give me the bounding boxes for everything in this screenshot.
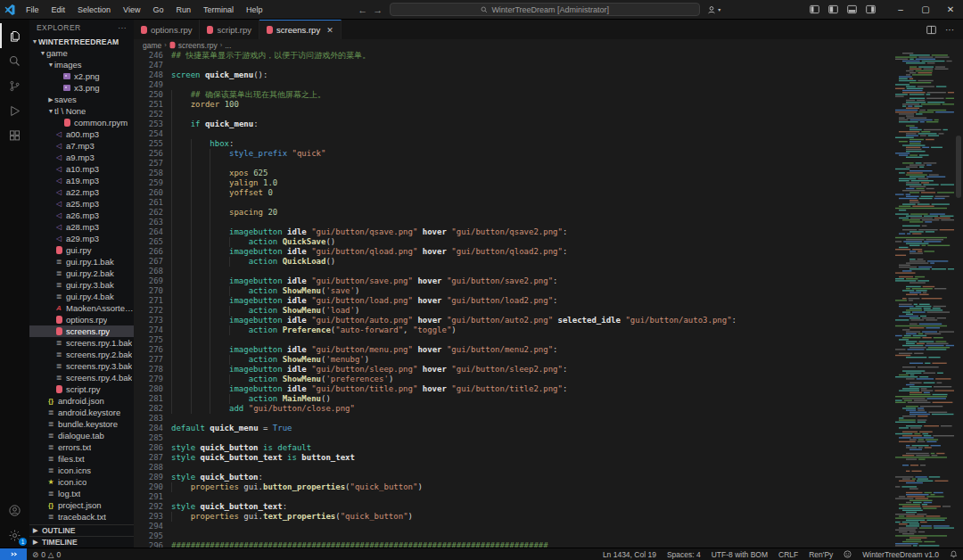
code-line-272[interactable]: 272 action ShowMenu('load') xyxy=(134,306,893,316)
breadcrumb-item[interactable]: screens.rpy xyxy=(178,41,218,50)
tree-file-errors-txt[interactable]: ≣errors.txt xyxy=(29,441,134,453)
tab-script-rpy[interactable]: script.rpy xyxy=(200,20,259,39)
remote-indicator[interactable] xyxy=(0,548,27,560)
tree-file-x2-png[interactable]: x2.png xyxy=(29,70,134,82)
menu-view[interactable]: View xyxy=(117,0,146,19)
customize-layout-icon[interactable] xyxy=(810,4,819,14)
code-line-293[interactable]: 293 properties gui.text_properties("quic… xyxy=(134,512,893,522)
code-line-275[interactable]: 275 xyxy=(134,335,893,345)
code-line-246[interactable]: 246## 快捷菜单显示于游戏内，以便于访问游戏外的菜单。 xyxy=(134,51,893,61)
minimap[interactable] xyxy=(893,51,954,548)
code-line-266[interactable]: 266 imagebutton idle "gui/button/qload.p… xyxy=(134,247,893,257)
tree-file-android-keystore[interactable]: ≣android.keystore xyxy=(29,407,134,418)
extensions-icon[interactable] xyxy=(0,123,29,148)
problems-indicator[interactable]: ⊘ 0 △ 0 xyxy=(27,548,66,560)
tree-file-icon-ico[interactable]: ★icon.ico xyxy=(29,476,134,488)
code-line-286[interactable]: 286style quick_button is default xyxy=(134,443,893,453)
menu-file[interactable]: File xyxy=(20,0,45,19)
close-tab-icon[interactable]: ✕ xyxy=(326,26,333,35)
tree-root[interactable]: ▼ WINTERTREEDREAM xyxy=(29,36,134,47)
menu-run[interactable]: Run xyxy=(169,0,197,19)
code-line-271[interactable]: 271 imagebutton idle "gui/button/load.pn… xyxy=(134,296,893,306)
code-line-247[interactable]: 247 xyxy=(134,61,893,70)
status-ln-1434-col-19[interactable]: Ln 1434, Col 19 xyxy=(597,548,662,560)
tree-file-a22-mp3[interactable]: ◁︎a22.mp3 xyxy=(29,186,134,198)
status-crlf[interactable]: CRLF xyxy=(773,548,803,560)
tree-file-a25-mp3[interactable]: ◁︎a25.mp3 xyxy=(29,198,134,210)
code-line-292[interactable]: 292style quick_button_text: xyxy=(134,502,893,512)
tree-file-a7-mp3[interactable]: ◁︎a7.mp3 xyxy=(29,140,134,152)
code-line-257[interactable]: 257 xyxy=(134,159,893,169)
code-line-273[interactable]: 273 imagebutton idle "gui/button/auto.pn… xyxy=(134,316,893,325)
code-line-283[interactable]: 283 xyxy=(134,414,893,424)
tree-file-screens-rpy-3-bak[interactable]: ≣screens.rpy.3.bak xyxy=(29,360,134,372)
go-back-icon[interactable]: ← xyxy=(358,4,367,15)
code-line-294[interactable]: 294 xyxy=(134,522,893,531)
tree-file-files-txt[interactable]: ≣files.txt xyxy=(29,453,134,465)
tree-file-icon-icns[interactable]: ≣icon.icns xyxy=(29,465,134,476)
code-line-287[interactable]: 287style quick_button_text is button_tex… xyxy=(134,453,893,463)
code-line-270[interactable]: 270 action ShowMenu('save') xyxy=(134,286,893,296)
code-line-259[interactable]: 259 yalign 1.0 xyxy=(134,178,893,188)
toggle-secondary-sidebar-icon[interactable] xyxy=(866,4,876,14)
panel-timeline[interactable]: ▶TIMELINE xyxy=(29,536,134,548)
tree-file-screens-rpy-2-bak[interactable]: ≣screens.rpy.2.bak xyxy=(29,349,134,360)
code-line-254[interactable]: 254 xyxy=(134,129,893,139)
code-line-284[interactable]: 284default quick_menu = True xyxy=(134,424,893,433)
tree-folder-saves[interactable]: ▶saves xyxy=(29,94,134,105)
code-line-295[interactable]: 295 xyxy=(134,531,893,541)
explorer-more-actions-icon[interactable]: ··· xyxy=(118,23,127,32)
tree-file-screens-rpy-1-bak[interactable]: ≣screens.rpy.1.bak xyxy=(29,337,134,349)
code-line-264[interactable]: 264 imagebutton idle "gui/button/qsave.p… xyxy=(134,227,893,237)
split-editor-icon[interactable] xyxy=(926,25,936,35)
minimize-button[interactable]: – xyxy=(888,0,913,20)
tree-file-a10-mp3[interactable]: ◁︎a10.mp3 xyxy=(29,163,134,175)
code-line-251[interactable]: 251 zorder 100 xyxy=(134,100,893,110)
code-line-252[interactable]: 252 xyxy=(134,110,893,119)
code-line-263[interactable]: 263 xyxy=(134,218,893,227)
tree-file-traceback-txt[interactable]: ≣traceback.txt xyxy=(29,511,134,523)
notifications-bell-icon[interactable] xyxy=(944,548,963,560)
status-wintertreedream-v1-0[interactable]: WinterTreeDream v1.0 xyxy=(857,548,944,560)
code-line-269[interactable]: 269 imagebutton idle "gui/button/save.pn… xyxy=(134,276,893,286)
breadcrumb[interactable]: game›screens.rpy›... xyxy=(134,39,963,51)
explorer-icon[interactable] xyxy=(0,23,29,48)
toggle-primary-sidebar-icon[interactable] xyxy=(828,4,838,14)
tree-file-a26-mp3[interactable]: ◁︎a26.mp3 xyxy=(29,210,134,221)
tree-file-android-json[interactable]: {}android.json xyxy=(29,395,134,407)
tree-file-log-txt[interactable]: ≣log.txt xyxy=(29,488,134,499)
tab-screens-rpy[interactable]: screens.rpy✕ xyxy=(259,20,342,39)
tree-file-screens-rpy[interactable]: screens.rpy xyxy=(29,325,134,337)
code-line-260[interactable]: 260 yoffset 0 xyxy=(134,188,893,198)
editor-more-actions-icon[interactable]: ··· xyxy=(945,25,954,35)
tree-file-x3-png[interactable]: x3.png xyxy=(29,82,134,94)
code-line-289[interactable]: 289style quick_button: xyxy=(134,473,893,482)
toggle-panel-icon[interactable] xyxy=(847,4,857,14)
code-line-296[interactable]: 296#####################################… xyxy=(134,541,893,548)
code-line-268[interactable]: 268 xyxy=(134,267,893,276)
code-line-290[interactable]: 290 properties gui.button_properties("qu… xyxy=(134,482,893,492)
menu-terminal[interactable]: Terminal xyxy=(197,0,240,19)
code-line-274[interactable]: 274 action Preference("auto-forward", "t… xyxy=(134,325,893,335)
status-spaces-4[interactable]: Spaces: 4 xyxy=(662,548,706,560)
code-line-278[interactable]: 278 imagebutton idle "gui/button/sleep.p… xyxy=(134,365,893,375)
run-debug-icon[interactable] xyxy=(0,98,29,123)
code-line-291[interactable]: 291 xyxy=(134,492,893,502)
code-line-255[interactable]: 255 hbox: xyxy=(134,139,893,149)
tree-folder-tl-none[interactable]: ▼tl \ None xyxy=(29,105,134,117)
code-line-262[interactable]: 262 spacing 20 xyxy=(134,208,893,218)
tree-file-options-rpy[interactable]: options.rpy xyxy=(29,314,134,325)
menu-edit[interactable]: Edit xyxy=(45,0,72,19)
tree-file-maokenassortedsans-ttf[interactable]: AMaokenAssortedSans.ttf xyxy=(29,302,134,314)
code-line-282[interactable]: 282 add "gui/button/close.png" xyxy=(134,404,893,414)
code-line-249[interactable]: 249 xyxy=(134,80,893,90)
tree-folder-images[interactable]: ▼images xyxy=(29,59,134,70)
go-forward-icon[interactable]: → xyxy=(373,4,383,15)
menu-selection[interactable]: Selection xyxy=(71,0,117,19)
command-center-search[interactable]: WinterTreeDream [Administrator] xyxy=(390,3,700,16)
tree-file-gui-rpy[interactable]: gui.rpy xyxy=(29,244,134,256)
tree-file-a19-mp3[interactable]: ◁︎a19.mp3 xyxy=(29,175,134,186)
account-menu[interactable]: ▾ xyxy=(707,5,720,14)
panel-outline[interactable]: ▶OUTLINE xyxy=(29,524,134,536)
tree-folder-game[interactable]: ▼game xyxy=(29,47,134,59)
